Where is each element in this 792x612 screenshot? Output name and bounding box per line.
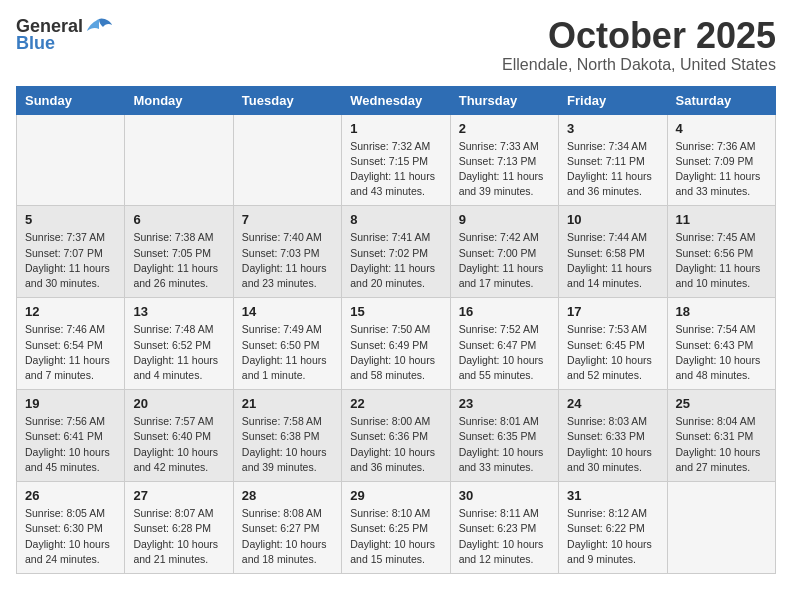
day-info: Sunrise: 8:00 AM Sunset: 6:36 PM Dayligh…	[350, 414, 441, 475]
day-number: 31	[567, 488, 658, 503]
page-header: General Blue October 2025 Ellendale, Nor…	[16, 16, 776, 74]
day-number: 29	[350, 488, 441, 503]
day-number: 2	[459, 121, 550, 136]
days-header-row: SundayMondayTuesdayWednesdayThursdayFrid…	[17, 86, 776, 114]
day-number: 20	[133, 396, 224, 411]
week-row-4: 19Sunrise: 7:56 AM Sunset: 6:41 PM Dayli…	[17, 390, 776, 482]
day-header-wednesday: Wednesday	[342, 86, 450, 114]
calendar-cell: 17Sunrise: 7:53 AM Sunset: 6:45 PM Dayli…	[559, 298, 667, 390]
day-number: 26	[25, 488, 116, 503]
day-info: Sunrise: 7:48 AM Sunset: 6:52 PM Dayligh…	[133, 322, 224, 383]
day-number: 21	[242, 396, 333, 411]
month-title: October 2025	[502, 16, 776, 56]
day-number: 3	[567, 121, 658, 136]
logo: General Blue	[16, 16, 113, 54]
day-info: Sunrise: 8:07 AM Sunset: 6:28 PM Dayligh…	[133, 506, 224, 567]
logo-text-blue: Blue	[16, 33, 55, 54]
calendar-cell: 10Sunrise: 7:44 AM Sunset: 6:58 PM Dayli…	[559, 206, 667, 298]
day-info: Sunrise: 7:49 AM Sunset: 6:50 PM Dayligh…	[242, 322, 333, 383]
day-number: 16	[459, 304, 550, 319]
calendar-cell: 6Sunrise: 7:38 AM Sunset: 7:05 PM Daylig…	[125, 206, 233, 298]
calendar-cell: 30Sunrise: 8:11 AM Sunset: 6:23 PM Dayli…	[450, 482, 558, 574]
day-info: Sunrise: 7:57 AM Sunset: 6:40 PM Dayligh…	[133, 414, 224, 475]
day-info: Sunrise: 7:45 AM Sunset: 6:56 PM Dayligh…	[676, 230, 767, 291]
logo-bird-icon	[85, 17, 113, 37]
calendar-cell: 19Sunrise: 7:56 AM Sunset: 6:41 PM Dayli…	[17, 390, 125, 482]
calendar-cell	[125, 114, 233, 206]
day-number: 25	[676, 396, 767, 411]
calendar-cell: 24Sunrise: 8:03 AM Sunset: 6:33 PM Dayli…	[559, 390, 667, 482]
day-info: Sunrise: 7:42 AM Sunset: 7:00 PM Dayligh…	[459, 230, 550, 291]
calendar-cell	[17, 114, 125, 206]
day-info: Sunrise: 7:56 AM Sunset: 6:41 PM Dayligh…	[25, 414, 116, 475]
day-info: Sunrise: 7:34 AM Sunset: 7:11 PM Dayligh…	[567, 139, 658, 200]
calendar-cell: 25Sunrise: 8:04 AM Sunset: 6:31 PM Dayli…	[667, 390, 775, 482]
day-info: Sunrise: 7:40 AM Sunset: 7:03 PM Dayligh…	[242, 230, 333, 291]
day-number: 7	[242, 212, 333, 227]
day-number: 30	[459, 488, 550, 503]
calendar-table: SundayMondayTuesdayWednesdayThursdayFrid…	[16, 86, 776, 574]
day-info: Sunrise: 7:32 AM Sunset: 7:15 PM Dayligh…	[350, 139, 441, 200]
calendar-cell: 28Sunrise: 8:08 AM Sunset: 6:27 PM Dayli…	[233, 482, 341, 574]
day-info: Sunrise: 7:41 AM Sunset: 7:02 PM Dayligh…	[350, 230, 441, 291]
day-number: 13	[133, 304, 224, 319]
calendar-cell: 9Sunrise: 7:42 AM Sunset: 7:00 PM Daylig…	[450, 206, 558, 298]
day-info: Sunrise: 7:38 AM Sunset: 7:05 PM Dayligh…	[133, 230, 224, 291]
day-number: 1	[350, 121, 441, 136]
day-info: Sunrise: 7:33 AM Sunset: 7:13 PM Dayligh…	[459, 139, 550, 200]
day-number: 11	[676, 212, 767, 227]
calendar-cell: 18Sunrise: 7:54 AM Sunset: 6:43 PM Dayli…	[667, 298, 775, 390]
day-header-saturday: Saturday	[667, 86, 775, 114]
day-number: 19	[25, 396, 116, 411]
day-number: 4	[676, 121, 767, 136]
day-info: Sunrise: 7:54 AM Sunset: 6:43 PM Dayligh…	[676, 322, 767, 383]
day-header-thursday: Thursday	[450, 86, 558, 114]
day-info: Sunrise: 8:05 AM Sunset: 6:30 PM Dayligh…	[25, 506, 116, 567]
calendar-cell: 1Sunrise: 7:32 AM Sunset: 7:15 PM Daylig…	[342, 114, 450, 206]
location-title: Ellendale, North Dakota, United States	[502, 56, 776, 74]
calendar-cell: 23Sunrise: 8:01 AM Sunset: 6:35 PM Dayli…	[450, 390, 558, 482]
calendar-cell: 20Sunrise: 7:57 AM Sunset: 6:40 PM Dayli…	[125, 390, 233, 482]
week-row-1: 1Sunrise: 7:32 AM Sunset: 7:15 PM Daylig…	[17, 114, 776, 206]
day-info: Sunrise: 8:08 AM Sunset: 6:27 PM Dayligh…	[242, 506, 333, 567]
calendar-cell: 12Sunrise: 7:46 AM Sunset: 6:54 PM Dayli…	[17, 298, 125, 390]
day-info: Sunrise: 8:10 AM Sunset: 6:25 PM Dayligh…	[350, 506, 441, 567]
week-row-2: 5Sunrise: 7:37 AM Sunset: 7:07 PM Daylig…	[17, 206, 776, 298]
day-header-tuesday: Tuesday	[233, 86, 341, 114]
calendar-cell: 26Sunrise: 8:05 AM Sunset: 6:30 PM Dayli…	[17, 482, 125, 574]
week-row-3: 12Sunrise: 7:46 AM Sunset: 6:54 PM Dayli…	[17, 298, 776, 390]
day-number: 10	[567, 212, 658, 227]
calendar-cell: 5Sunrise: 7:37 AM Sunset: 7:07 PM Daylig…	[17, 206, 125, 298]
calendar-cell: 14Sunrise: 7:49 AM Sunset: 6:50 PM Dayli…	[233, 298, 341, 390]
day-info: Sunrise: 7:46 AM Sunset: 6:54 PM Dayligh…	[25, 322, 116, 383]
calendar-cell: 27Sunrise: 8:07 AM Sunset: 6:28 PM Dayli…	[125, 482, 233, 574]
day-number: 22	[350, 396, 441, 411]
calendar-cell: 22Sunrise: 8:00 AM Sunset: 6:36 PM Dayli…	[342, 390, 450, 482]
day-info: Sunrise: 7:44 AM Sunset: 6:58 PM Dayligh…	[567, 230, 658, 291]
calendar-cell: 15Sunrise: 7:50 AM Sunset: 6:49 PM Dayli…	[342, 298, 450, 390]
day-number: 14	[242, 304, 333, 319]
day-number: 8	[350, 212, 441, 227]
calendar-cell	[667, 482, 775, 574]
day-info: Sunrise: 8:04 AM Sunset: 6:31 PM Dayligh…	[676, 414, 767, 475]
day-header-monday: Monday	[125, 86, 233, 114]
calendar-cell: 2Sunrise: 7:33 AM Sunset: 7:13 PM Daylig…	[450, 114, 558, 206]
calendar-cell: 13Sunrise: 7:48 AM Sunset: 6:52 PM Dayli…	[125, 298, 233, 390]
calendar-cell: 7Sunrise: 7:40 AM Sunset: 7:03 PM Daylig…	[233, 206, 341, 298]
calendar-cell: 31Sunrise: 8:12 AM Sunset: 6:22 PM Dayli…	[559, 482, 667, 574]
calendar-cell: 21Sunrise: 7:58 AM Sunset: 6:38 PM Dayli…	[233, 390, 341, 482]
day-number: 15	[350, 304, 441, 319]
day-info: Sunrise: 8:03 AM Sunset: 6:33 PM Dayligh…	[567, 414, 658, 475]
calendar-cell: 8Sunrise: 7:41 AM Sunset: 7:02 PM Daylig…	[342, 206, 450, 298]
day-info: Sunrise: 8:01 AM Sunset: 6:35 PM Dayligh…	[459, 414, 550, 475]
day-info: Sunrise: 7:53 AM Sunset: 6:45 PM Dayligh…	[567, 322, 658, 383]
day-info: Sunrise: 8:11 AM Sunset: 6:23 PM Dayligh…	[459, 506, 550, 567]
title-block: October 2025 Ellendale, North Dakota, Un…	[502, 16, 776, 74]
week-row-5: 26Sunrise: 8:05 AM Sunset: 6:30 PM Dayli…	[17, 482, 776, 574]
calendar-cell: 29Sunrise: 8:10 AM Sunset: 6:25 PM Dayli…	[342, 482, 450, 574]
day-number: 23	[459, 396, 550, 411]
day-number: 12	[25, 304, 116, 319]
calendar-cell: 3Sunrise: 7:34 AM Sunset: 7:11 PM Daylig…	[559, 114, 667, 206]
calendar-cell: 11Sunrise: 7:45 AM Sunset: 6:56 PM Dayli…	[667, 206, 775, 298]
calendar-cell: 4Sunrise: 7:36 AM Sunset: 7:09 PM Daylig…	[667, 114, 775, 206]
